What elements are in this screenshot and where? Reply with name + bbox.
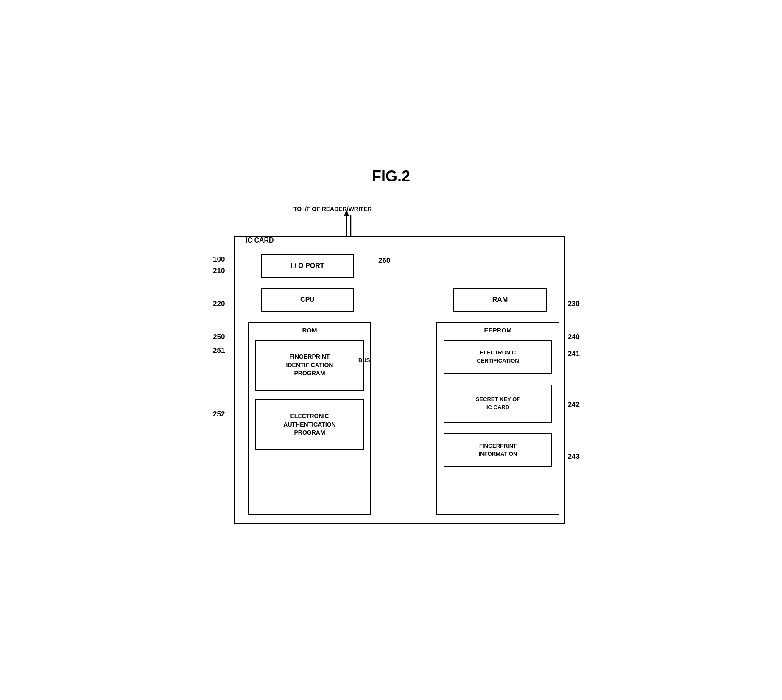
fingerprint-id-program-box: FINGERPRINTIDENTIFICATIONPROGRAM	[255, 340, 364, 391]
cpu-label: CPU	[300, 296, 315, 304]
rom-label: ROM	[302, 326, 317, 334]
ref-100: 100	[213, 255, 225, 264]
eeprom-outer-box: EEPROM ELECTRONICCERTIFICATION SECRET KE…	[436, 322, 559, 515]
electronic-certification-box: ELECTRONICCERTIFICATION	[444, 340, 552, 374]
ref-230: 230	[568, 300, 580, 308]
ref-242: 242	[568, 401, 580, 409]
ref-252: 252	[213, 410, 225, 418]
fingerprint-information-box: FINGERPRINTINFORMATION	[444, 433, 552, 467]
ref-210: 210	[213, 267, 225, 275]
fingerprint-id-program-label: FINGERPRINTIDENTIFICATIONPROGRAM	[286, 353, 333, 378]
fingerprint-information-label: FINGERPRINTINFORMATION	[479, 442, 517, 457]
secret-key-label: SECRET KEY OFIC CARD	[476, 396, 520, 411]
ic-card-label: IC CARD	[244, 237, 276, 244]
ram-box: RAM	[453, 288, 547, 312]
ref-240: 240	[568, 333, 580, 341]
ref-243: 243	[568, 452, 580, 461]
electronic-auth-program-box: ELECTRONICAUTHENTICATIONPROGRAM	[255, 399, 364, 450]
diagram-area: TO I/F OF READER/WRITER	[200, 202, 582, 533]
electronic-certification-label: ELECTRONICCERTIFICATION	[477, 349, 519, 364]
cpu-box: CPU	[261, 288, 354, 312]
secret-key-box: SECRET KEY OFIC CARD	[444, 385, 552, 423]
ic-card-outer-box: IC CARD I / O PORT CPU ROM FINGERPRINTID…	[234, 236, 565, 524]
page-container: FIG.2 TO I/F OF READER/WRITER	[200, 167, 582, 533]
eeprom-label: EEPROM	[484, 326, 511, 334]
ref-250: 250	[213, 333, 225, 341]
io-port-label: I / O PORT	[290, 262, 324, 270]
io-port-box: I / O PORT	[261, 254, 354, 278]
ref-260: 260	[378, 257, 390, 265]
figure-title: FIG.2	[200, 167, 582, 185]
ref-251: 251	[213, 346, 225, 355]
rom-outer-box: ROM FINGERPRINTIDENTIFICATIONPROGRAM ELE…	[248, 322, 371, 515]
ref-220: 220	[213, 300, 225, 308]
electronic-auth-program-label: ELECTRONICAUTHENTICATIONPROGRAM	[283, 412, 335, 437]
ram-label: RAM	[492, 296, 508, 304]
ref-241: 241	[568, 350, 580, 358]
svg-marker-1	[344, 210, 349, 216]
bus-label: BUS	[358, 357, 370, 363]
